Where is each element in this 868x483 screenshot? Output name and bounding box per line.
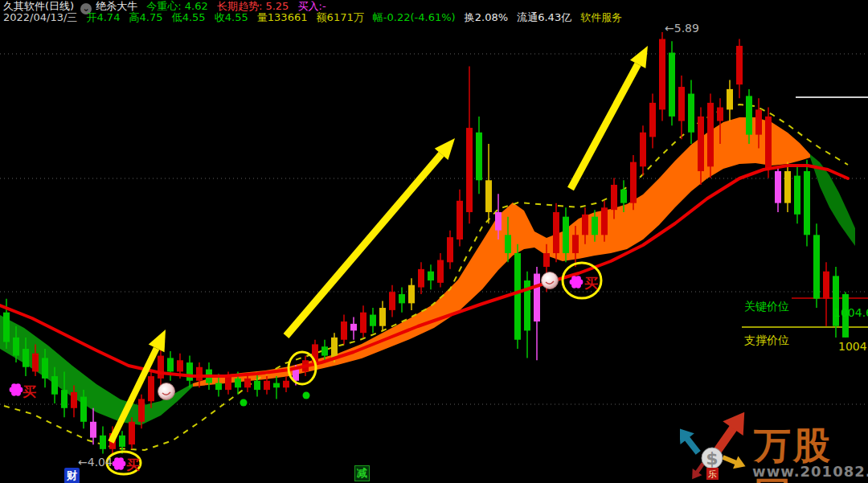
logo-arrow-teal xyxy=(680,423,705,458)
candle-body xyxy=(611,185,617,210)
candle-body xyxy=(321,346,328,355)
candle-body xyxy=(640,133,646,167)
grid-layer xyxy=(0,54,868,404)
candle-body xyxy=(669,53,675,117)
candle-body xyxy=(379,308,386,326)
candle-body xyxy=(100,436,106,449)
candle-body xyxy=(543,253,550,267)
ball-marker xyxy=(158,383,175,400)
candle-body xyxy=(485,180,492,212)
indicator-name: 绝杀大牛 xyxy=(96,0,137,12)
trend-arrow xyxy=(286,138,455,336)
candle-body xyxy=(129,422,135,444)
high-value: 高4.75 xyxy=(129,11,163,23)
candle-body xyxy=(215,383,222,391)
candle-body xyxy=(476,133,482,181)
candle-body xyxy=(13,338,19,356)
candle-body xyxy=(736,46,743,84)
trend-value: 长期趋势: 5.25 xyxy=(217,0,289,12)
candle-body xyxy=(659,39,665,110)
watermark-logo-icon: $ 乐 xyxy=(680,410,751,483)
ma-ribbon xyxy=(0,117,855,425)
candle-body xyxy=(534,274,540,322)
candle-body xyxy=(225,376,231,390)
candle-body xyxy=(32,354,39,372)
industry-tag[interactable]: 软件服务 xyxy=(580,11,622,23)
candle-body xyxy=(167,358,174,371)
candle-body xyxy=(794,176,800,215)
candle-body xyxy=(592,217,598,235)
reduce-badge[interactable]: 减 xyxy=(354,465,370,481)
amount-value: 额6171万 xyxy=(317,11,364,23)
buy-flower-icon xyxy=(10,383,23,395)
candle-body xyxy=(42,358,48,379)
candle-body xyxy=(3,313,10,342)
candle-body xyxy=(254,381,260,390)
candle-body xyxy=(90,422,96,438)
high-price-annotation: ←5.89 xyxy=(665,22,699,35)
candle-body xyxy=(582,215,588,235)
candle-body xyxy=(196,367,203,381)
candle-body xyxy=(563,217,569,253)
stock-chart-app: 久其软件(日线)⌄绝杀大牛 今重心: 4.62 长期趋势: 5.25 买入:- … xyxy=(0,0,868,483)
candle-body xyxy=(360,313,366,334)
candle-body xyxy=(370,315,376,326)
candle-body xyxy=(273,383,280,388)
candle-body xyxy=(447,237,453,262)
candle-body xyxy=(688,94,694,133)
float-cap-value: 流通6.43亿 xyxy=(517,11,571,23)
buy-signal-value: 买入:- xyxy=(298,0,326,12)
candle-body xyxy=(138,399,145,421)
volume-value: 量133661 xyxy=(257,11,308,23)
turnover-value: 换2.08% xyxy=(465,11,508,23)
candles-layer xyxy=(3,32,849,453)
header-line-2: 2022/04/13/三 开4.74 高4.75 低4.55 收4.55 量13… xyxy=(3,12,628,23)
trend-arrow xyxy=(111,330,166,442)
candle-body xyxy=(158,356,164,379)
candle-body xyxy=(765,117,772,169)
change-value: 幅-0.22(-4.61%) xyxy=(373,11,456,23)
logo-dollar-glyph: $ xyxy=(706,448,718,469)
candle-body xyxy=(399,294,405,303)
buy-label: 买 xyxy=(126,456,140,474)
support-level-label: 支撑价位 xyxy=(744,334,789,348)
signal-dot xyxy=(240,399,248,407)
stock-title: 久其软件(日线) xyxy=(3,0,74,12)
candle-body xyxy=(341,321,347,340)
candle-body xyxy=(466,128,473,212)
center-value: 今重心: 4.62 xyxy=(146,0,207,12)
buy-flower-icon xyxy=(113,457,126,469)
candle-body xyxy=(746,96,752,134)
candle-body xyxy=(717,108,723,121)
candle-body xyxy=(678,87,685,121)
candle-body xyxy=(514,253,521,340)
candle-body xyxy=(408,285,415,304)
candle-body xyxy=(813,235,820,298)
finance-badge[interactable]: 财 xyxy=(64,468,80,483)
date-label: 2022/04/13/三 xyxy=(3,11,77,23)
candle-body xyxy=(755,109,762,134)
candle-body xyxy=(457,201,463,239)
candle-body xyxy=(61,390,68,408)
key-level-value: 1004.6 xyxy=(833,306,868,319)
candle-body xyxy=(784,171,791,203)
candle-body xyxy=(80,397,87,422)
watermark: $ 乐 万股网 www.201082.com xyxy=(680,410,868,483)
candle-body xyxy=(630,162,637,203)
candle-body xyxy=(775,171,781,203)
candle-body xyxy=(620,190,627,203)
candle-body xyxy=(389,292,395,310)
support-level-value: 1004.6 xyxy=(838,340,868,353)
candle-body xyxy=(350,324,357,331)
candle-body xyxy=(119,436,125,447)
candle-body xyxy=(428,272,434,280)
candle-body xyxy=(23,349,29,367)
candle-body xyxy=(601,207,608,235)
key-level-label: 关键价位 xyxy=(744,300,789,314)
candle-body xyxy=(418,269,424,288)
candle-body xyxy=(437,260,444,283)
candle-body xyxy=(51,376,58,395)
ribbon-segment xyxy=(193,117,810,387)
candle-body xyxy=(505,235,511,253)
candle-body xyxy=(235,379,241,387)
